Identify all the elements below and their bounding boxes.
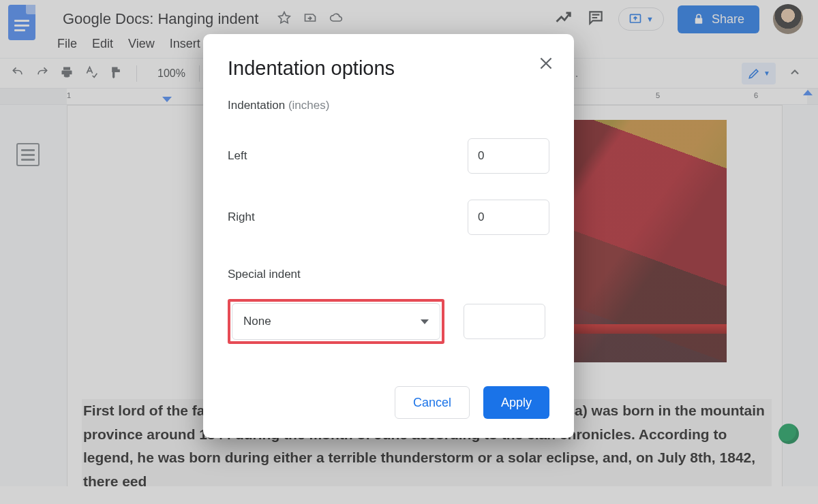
special-indent-select[interactable]: None	[232, 303, 440, 340]
right-label: Right	[228, 210, 255, 224]
indentation-options-dialog: Indentation options Indentation (inches)…	[203, 34, 574, 438]
right-indent-input[interactable]	[468, 200, 549, 235]
close-icon[interactable]	[537, 54, 555, 72]
chevron-down-icon	[421, 319, 429, 324]
special-indent-highlight: None	[228, 299, 444, 344]
left-label: Left	[228, 149, 247, 163]
special-indent-label: Special indent	[228, 268, 549, 281]
indentation-label: Indentation	[228, 99, 285, 112]
cancel-button[interactable]: Cancel	[395, 386, 470, 419]
special-indent-value-input[interactable]	[464, 304, 545, 339]
apply-button[interactable]: Apply	[483, 386, 549, 419]
special-indent-value: None	[243, 315, 271, 328]
dialog-title: Indentation options	[228, 57, 549, 80]
indentation-hint: (inches)	[288, 99, 329, 112]
left-indent-input[interactable]	[468, 138, 549, 174]
